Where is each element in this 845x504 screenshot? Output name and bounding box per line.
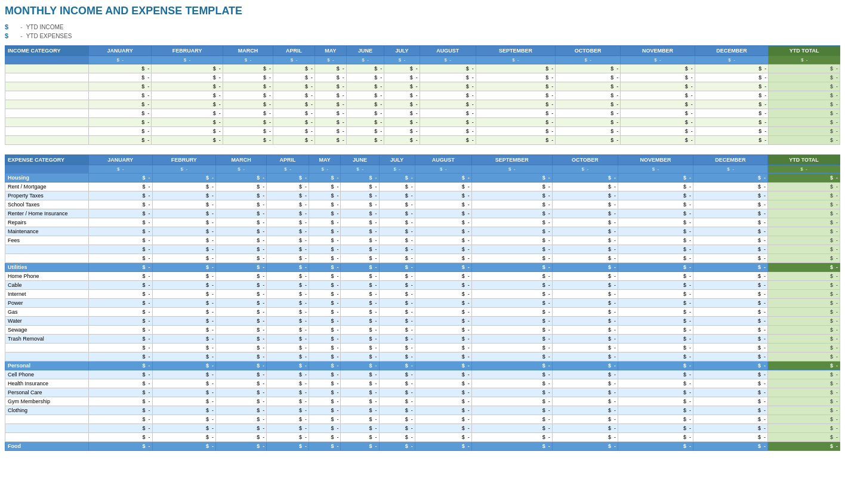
income-value-cell[interactable]: $ -: [476, 64, 555, 73]
expense-value-cell[interactable]: $ -: [341, 236, 379, 245]
expense-value-cell[interactable]: $ -: [379, 442, 415, 451]
expense-category-cell[interactable]: Gym Membership: [5, 397, 89, 406]
expense-value-cell[interactable]: $ -: [152, 263, 216, 272]
expense-value-cell[interactable]: $ -: [415, 397, 471, 406]
expense-value-cell[interactable]: $ -: [415, 299, 471, 308]
expense-value-cell[interactable]: $ -: [415, 388, 471, 397]
expense-value-cell[interactable]: $ -: [693, 406, 768, 415]
income-value-cell[interactable]: $ -: [695, 127, 769, 136]
expense-value-cell[interactable]: $ -: [216, 218, 267, 227]
expense-value-cell[interactable]: $ -: [471, 344, 552, 353]
expense-value-cell[interactable]: $ -: [379, 308, 415, 317]
expense-value-cell[interactable]: $ -: [152, 200, 216, 209]
expense-value-cell[interactable]: $ -: [89, 183, 153, 191]
income-value-cell[interactable]: $ -: [346, 73, 384, 82]
expense-value-cell[interactable]: $ -: [341, 308, 379, 317]
income-value-cell[interactable]: $ -: [315, 118, 347, 127]
income-category-cell[interactable]: [5, 91, 89, 100]
income-value-cell[interactable]: $ -: [346, 91, 384, 100]
expense-value-cell[interactable]: $ -: [216, 272, 267, 281]
expense-value-cell[interactable]: $ -: [693, 415, 768, 424]
expense-value-cell[interactable]: $ -: [471, 254, 552, 263]
income-category-cell[interactable]: [5, 136, 89, 145]
income-value-cell[interactable]: $ -: [695, 64, 769, 73]
expense-value-cell[interactable]: $ -: [216, 433, 267, 442]
income-value-cell[interactable]: $ -: [384, 100, 420, 109]
expense-category-cell[interactable]: Fees: [5, 236, 89, 245]
expense-category-cell[interactable]: Property Taxes: [5, 191, 89, 200]
expense-value-cell[interactable]: $ -: [693, 254, 768, 263]
income-value-cell[interactable]: $ -: [695, 109, 769, 118]
expense-value-cell[interactable]: $ -: [152, 218, 216, 227]
income-value-cell[interactable]: $ -: [346, 109, 384, 118]
expense-value-cell[interactable]: $ -: [152, 281, 216, 290]
income-value-cell[interactable]: $ -: [556, 100, 621, 109]
income-value-cell[interactable]: $ -: [346, 82, 384, 91]
expense-value-cell[interactable]: $ -: [267, 388, 309, 397]
expense-value-cell[interactable]: $ -: [552, 281, 618, 290]
expense-value-cell[interactable]: $ -: [341, 191, 379, 200]
income-value-cell[interactable]: $ -: [223, 91, 273, 100]
expense-value-cell[interactable]: $ -: [152, 191, 216, 200]
income-value-cell[interactable]: $ -: [695, 73, 769, 82]
expense-value-cell[interactable]: $ -: [379, 290, 415, 299]
expense-value-cell[interactable]: $ -: [415, 245, 471, 254]
expense-value-cell[interactable]: $ -: [89, 263, 153, 272]
income-value-cell[interactable]: $ -: [420, 82, 476, 91]
expense-value-cell[interactable]: $ -: [216, 317, 267, 326]
income-category-cell[interactable]: [5, 118, 89, 127]
income-value-cell[interactable]: $ -: [89, 136, 152, 145]
expense-value-cell[interactable]: $ -: [415, 263, 471, 272]
income-value-cell[interactable]: $ -: [89, 109, 152, 118]
income-value-cell[interactable]: $ -: [476, 100, 555, 109]
expense-value-cell[interactable]: $ -: [89, 326, 153, 335]
expense-value-cell[interactable]: $ -: [552, 200, 618, 209]
expense-value-cell[interactable]: $ -: [618, 209, 693, 218]
expense-value-cell[interactable]: $ -: [552, 272, 618, 281]
expense-value-cell[interactable]: $ -: [618, 433, 693, 442]
expense-value-cell[interactable]: $ -: [152, 415, 216, 424]
expense-value-cell[interactable]: $ -: [618, 191, 693, 200]
expense-value-cell[interactable]: $ -: [216, 183, 267, 191]
expense-value-cell[interactable]: $ -: [152, 406, 216, 415]
income-category-cell[interactable]: [5, 127, 89, 136]
expense-value-cell[interactable]: $ -: [379, 388, 415, 397]
expense-value-cell[interactable]: $ -: [89, 218, 153, 227]
expense-value-cell[interactable]: $ -: [618, 245, 693, 254]
expense-value-cell[interactable]: $ -: [309, 183, 340, 191]
income-value-cell[interactable]: $ -: [346, 127, 384, 136]
expense-value-cell[interactable]: $ -: [341, 218, 379, 227]
income-value-cell[interactable]: $ -: [621, 91, 695, 100]
expense-value-cell[interactable]: $ -: [89, 227, 153, 236]
expense-value-cell[interactable]: $ -: [415, 379, 471, 388]
expense-value-cell[interactable]: $ -: [89, 370, 153, 379]
expense-value-cell[interactable]: $ -: [379, 379, 415, 388]
expense-value-cell[interactable]: $ -: [89, 353, 153, 361]
expense-category-cell[interactable]: Repairs: [5, 218, 89, 227]
expense-value-cell[interactable]: $ -: [89, 191, 153, 200]
expense-value-cell[interactable]: $ -: [152, 174, 216, 183]
expense-value-cell[interactable]: $ -: [152, 183, 216, 191]
expense-category-cell[interactable]: [5, 415, 89, 424]
expense-value-cell[interactable]: $ -: [267, 370, 309, 379]
expense-value-cell[interactable]: $ -: [267, 191, 309, 200]
expense-value-cell[interactable]: $ -: [216, 254, 267, 263]
expense-value-cell[interactable]: $ -: [341, 353, 379, 361]
expense-value-cell[interactable]: $ -: [693, 335, 768, 344]
income-value-cell[interactable]: $ -: [420, 91, 476, 100]
expense-category-cell[interactable]: [5, 353, 89, 361]
expense-value-cell[interactable]: $ -: [309, 272, 340, 281]
expense-value-cell[interactable]: $ -: [89, 290, 153, 299]
expense-category-cell[interactable]: [5, 245, 89, 254]
expense-category-cell[interactable]: Clothing: [5, 406, 89, 415]
expense-category-cell[interactable]: [5, 254, 89, 263]
expense-value-cell[interactable]: $ -: [379, 299, 415, 308]
income-value-cell[interactable]: $ -: [384, 118, 420, 127]
expense-value-cell[interactable]: $ -: [309, 191, 340, 200]
expense-value-cell[interactable]: $ -: [693, 424, 768, 433]
expense-value-cell[interactable]: $ -: [415, 209, 471, 218]
expense-value-cell[interactable]: $ -: [309, 326, 340, 335]
expense-value-cell[interactable]: $ -: [379, 317, 415, 326]
expense-value-cell[interactable]: $ -: [693, 308, 768, 317]
expense-value-cell[interactable]: $ -: [552, 218, 618, 227]
